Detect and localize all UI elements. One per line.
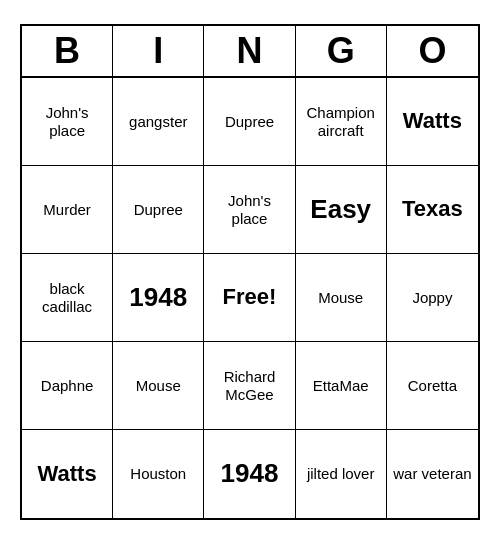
- grid-cell: John's place: [204, 166, 295, 254]
- grid-cell: Mouse: [113, 342, 204, 430]
- header-letter: O: [387, 26, 478, 76]
- grid-cell: EttaMae: [296, 342, 387, 430]
- grid-cell: Murder: [22, 166, 113, 254]
- grid-cell: Joppy: [387, 254, 478, 342]
- grid-cell: Dupree: [113, 166, 204, 254]
- grid-cell: Champion aircraft: [296, 78, 387, 166]
- grid-cell: war veteran: [387, 430, 478, 518]
- grid-cell: 1948: [113, 254, 204, 342]
- header-letter: B: [22, 26, 113, 76]
- grid-cell: Dupree: [204, 78, 295, 166]
- header-letter: N: [204, 26, 295, 76]
- bingo-grid: John's placegangsterDupreeChampion aircr…: [22, 78, 478, 518]
- grid-cell: black cadillac: [22, 254, 113, 342]
- grid-cell: John's place: [22, 78, 113, 166]
- grid-cell: Houston: [113, 430, 204, 518]
- bingo-header: BINGO: [22, 26, 478, 78]
- grid-cell: gangster: [113, 78, 204, 166]
- grid-cell: jilted lover: [296, 430, 387, 518]
- grid-cell: Watts: [387, 78, 478, 166]
- grid-cell: Mouse: [296, 254, 387, 342]
- grid-cell: Daphne: [22, 342, 113, 430]
- header-letter: G: [296, 26, 387, 76]
- header-letter: I: [113, 26, 204, 76]
- grid-cell: Texas: [387, 166, 478, 254]
- grid-cell: Free!: [204, 254, 295, 342]
- grid-cell: Watts: [22, 430, 113, 518]
- grid-cell: Richard McGee: [204, 342, 295, 430]
- bingo-card: BINGO John's placegangsterDupreeChampion…: [20, 24, 480, 520]
- grid-cell: 1948: [204, 430, 295, 518]
- grid-cell: Coretta: [387, 342, 478, 430]
- grid-cell: Easy: [296, 166, 387, 254]
